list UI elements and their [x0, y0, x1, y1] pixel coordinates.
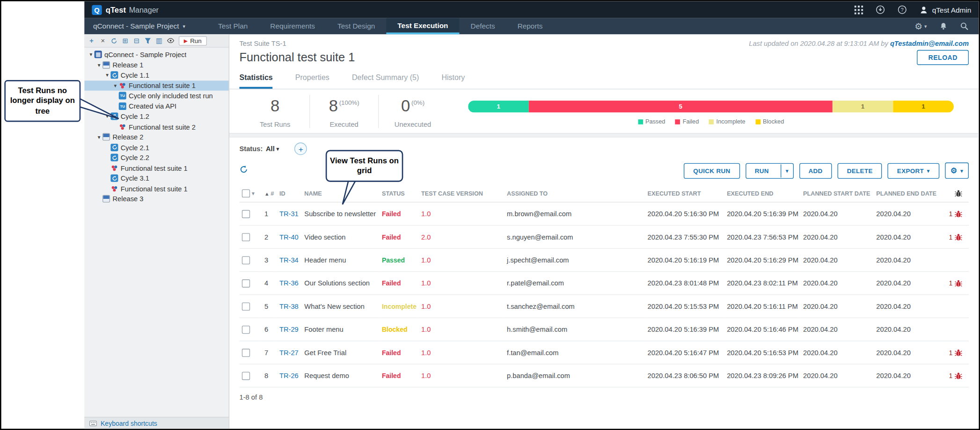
defects-cell[interactable]: 1 [944, 226, 969, 248]
executed-start: 2020.04.20 5:16:30 PM [645, 202, 724, 225]
user-menu[interactable]: qTest Admin [920, 5, 971, 14]
column-header-planned-start-date[interactable]: PLANNED START DATE [801, 185, 874, 202]
tree-caret-icon[interactable]: ▾ [95, 134, 102, 140]
nav-item-test-execution[interactable]: Test Execution [386, 18, 459, 35]
nav-item-requirements[interactable]: Requirements [259, 18, 326, 35]
settings-gear-icon[interactable]: ⚙▾ [914, 21, 927, 31]
stat-label: Test Runs [241, 121, 309, 128]
test-run-id-link[interactable]: TR-38 [279, 303, 299, 310]
column-header-planned-end-date[interactable]: PLANNED END DATE [874, 185, 944, 202]
column-header-executed-start[interactable]: EXECUTED START [645, 185, 724, 202]
last-updated-user-link[interactable]: qTestadmin@email.com [890, 39, 969, 47]
nav-item-defects[interactable]: Defects [460, 18, 506, 35]
tree-item[interactable]: ▾Release 2 [84, 132, 228, 142]
columns-icon[interactable]: ▥ [154, 36, 164, 45]
column-header--[interactable]: ▲# [262, 185, 277, 202]
row-checkbox[interactable] [242, 279, 250, 287]
test-suite-icon [119, 82, 126, 89]
expand-all-icon[interactable]: ⊞ [121, 36, 130, 45]
help-icon[interactable]: ? [898, 5, 907, 15]
nav-item-test-plan[interactable]: Test Plan [207, 18, 259, 35]
tab-defect-summary-5-[interactable]: Defect Summary (5) [352, 73, 419, 88]
export-button[interactable]: EXPORT ▾ [888, 163, 939, 178]
keyboard-shortcuts-link[interactable]: Keyboard shortcuts [101, 419, 157, 427]
tree-item[interactable]: Cycle 2.2 [84, 153, 228, 163]
nav-item-reports[interactable]: Reports [506, 18, 554, 35]
grid-settings-button[interactable]: ⚙▾ [945, 162, 969, 179]
reload-button[interactable]: RELOAD [917, 50, 968, 65]
tree-item[interactable]: ▾▦qConnect - Sample Project [84, 50, 228, 60]
column-header-status[interactable]: STATUS [380, 185, 419, 202]
tree-item[interactable]: Cycle 2.1 [84, 142, 228, 153]
test-run-id-link[interactable]: TR-34 [279, 256, 299, 264]
test-run-name: Video section [302, 226, 380, 248]
tree-item[interactable]: ▾Cycle 1.1 [84, 70, 228, 80]
row-checkbox[interactable] [242, 326, 250, 334]
callout-view-test-runs-grid: View Test Runs on grid [326, 150, 403, 182]
column-header-test-case-version[interactable]: TEST CASE VERSION [419, 185, 505, 202]
test-run-id-link[interactable]: TR-27 [279, 349, 299, 356]
run-button[interactable]: RUN [746, 163, 778, 178]
executed-end: 2020.04.20 5:16:39 PM [724, 202, 801, 225]
nav-items: Test PlanRequirementsTest DesignTest Exe… [207, 18, 554, 35]
tree-caret-icon[interactable]: ▾ [95, 62, 102, 68]
delete-item-icon[interactable]: × [98, 36, 108, 45]
defect-count: 1 [949, 349, 952, 357]
tree-caret-icon[interactable]: ▾ [88, 51, 95, 58]
defects-cell[interactable]: 1 [944, 364, 969, 387]
row-checkbox[interactable] [242, 302, 250, 310]
row-checkbox[interactable] [242, 349, 250, 357]
defects-cell[interactable]: 1 [944, 202, 969, 225]
status-filter-dropdown[interactable]: All ▾ [266, 145, 279, 153]
row-checkbox[interactable] [242, 210, 250, 218]
tree-item[interactable]: ▾Release 1 [84, 60, 228, 70]
column-header-assigned-to[interactable]: ASSIGNED TO [505, 185, 645, 202]
column-header-id[interactable]: ID [277, 185, 302, 202]
tree-run-button[interactable]: ▶ Run [179, 36, 206, 45]
chevron-down-icon[interactable]: ▾ [252, 190, 254, 196]
tree-item[interactable]: Functional test suite 1 [84, 163, 228, 173]
tab-properties[interactable]: Properties [295, 73, 329, 88]
test-run-id-link[interactable]: TR-29 [279, 326, 299, 333]
tree-item[interactable]: Cycle 3.1 [84, 173, 228, 183]
add-button[interactable]: ADD [799, 163, 832, 178]
notifications-bell-icon[interactable] [939, 22, 947, 31]
refresh-tree-icon[interactable] [110, 36, 119, 45]
tree-item[interactable]: Release 3 [84, 194, 228, 204]
tab-statistics[interactable]: Statistics [239, 73, 272, 88]
row-checkbox[interactable] [242, 256, 250, 264]
select-all-checkbox[interactable] [242, 189, 250, 197]
delete-button[interactable]: DELETE [838, 163, 882, 178]
row-checkbox[interactable] [242, 233, 250, 241]
new-item-icon[interactable]: + [87, 36, 96, 45]
download-icon[interactable] [876, 5, 885, 15]
column-header-executed-end[interactable]: EXECUTED END [724, 185, 801, 202]
filter-icon[interactable] [143, 36, 153, 45]
refresh-grid-icon[interactable] [239, 165, 248, 176]
test-run-id-link[interactable]: TR-40 [279, 233, 299, 241]
tree-caret-icon[interactable]: ▾ [112, 82, 119, 88]
tree-item[interactable]: Functional test suite 1 [84, 183, 228, 194]
run-dropdown-chevron-icon[interactable]: ▾ [781, 164, 793, 177]
defects-cell[interactable]: 1 [944, 341, 969, 364]
tree-caret-icon[interactable]: ▾ [104, 72, 111, 78]
tree-item-label: Release 2 [112, 133, 143, 141]
add-filter-button[interactable]: + [294, 143, 307, 155]
toggle-visibility-eye-icon[interactable] [166, 36, 175, 45]
tree-item[interactable]: ▾Functional test suite 1 [84, 80, 228, 91]
quick-run-button[interactable]: QUICK RUN [684, 163, 739, 178]
tree-item[interactable]: Functional test suite 2 [84, 122, 228, 132]
test-run-id-link[interactable]: TR-31 [279, 210, 299, 218]
defects-cell[interactable]: 1 [944, 271, 969, 294]
apps-grid-icon[interactable] [855, 5, 863, 14]
row-checkbox[interactable] [242, 372, 250, 380]
test-run-id-link[interactable]: TR-26 [279, 372, 299, 379]
test-run-id-link[interactable]: TR-36 [279, 279, 299, 287]
collapse-all-icon[interactable]: ⊟ [132, 36, 141, 45]
nav-item-test-design[interactable]: Test Design [326, 18, 386, 35]
search-icon[interactable] [960, 22, 969, 31]
project-selector[interactable]: qConnect - Sample Project ▾ [84, 18, 207, 35]
tab-history[interactable]: History [441, 73, 465, 88]
column-header-defects[interactable] [944, 185, 969, 202]
tree-item-label: Cycle only included test run [129, 92, 213, 100]
